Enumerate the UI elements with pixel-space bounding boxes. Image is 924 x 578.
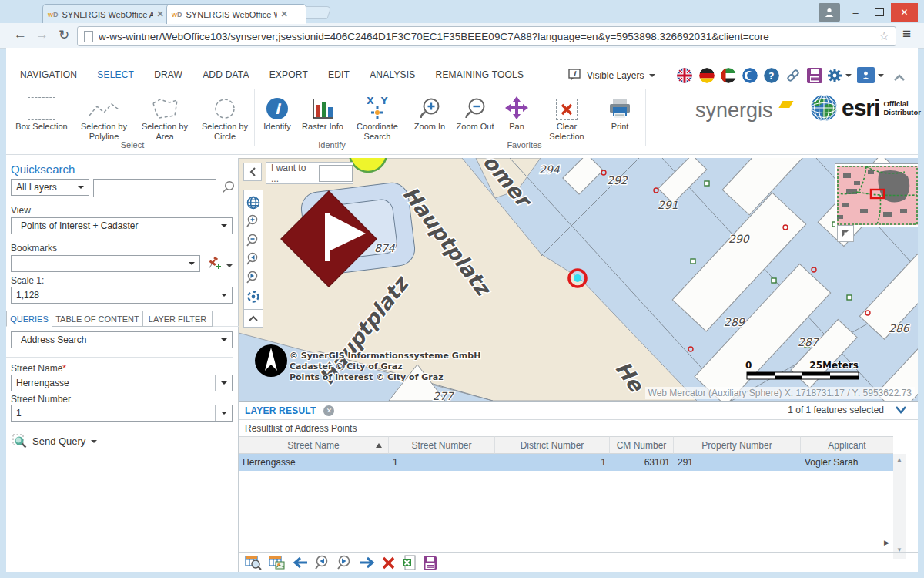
user-menu-button[interactable] [857,67,884,83]
sidebar-tab-table-of-content[interactable]: TABLE OF CONTENT [52,311,143,327]
result-to-map-icon[interactable] [269,555,286,570]
ribbon-tab-select[interactable]: SELECT [97,69,134,80]
next-record-icon[interactable] [360,556,375,569]
column-header[interactable]: Applicant [801,436,893,454]
browser-tab-1[interactable]: wD SYNERGIS WebOffice Adm ✕ [42,4,175,24]
flag-germany-icon[interactable] [699,68,715,83]
sidebar-tab-layer-filter[interactable]: LAYER FILTER [142,311,213,327]
scroll-right-icon[interactable]: ▶ [884,539,889,546]
ribbon-tab-edit[interactable]: EDIT [328,69,350,80]
locate-icon[interactable] [246,290,260,304]
box-selection-button[interactable]: Box Selection [11,88,72,132]
bookmark-star-icon[interactable]: ☆ [879,29,889,43]
flag-uae-icon[interactable] [721,68,736,83]
overview-map-toggle-button[interactable] [837,225,854,242]
column-header[interactable]: CM Number [610,436,674,454]
selection-by-polyline-button[interactable]: Selection by Polyline [74,88,134,142]
collapse-panel-icon[interactable] [895,405,907,415]
collapse-ribbon-icon[interactable] [893,71,906,85]
i-want-to-widget[interactable]: I want to ... [266,162,353,184]
layer-result-tab[interactable]: LAYER RESULT [245,405,316,416]
pan-button[interactable]: Pan [499,88,534,132]
save-result-icon[interactable] [423,556,437,570]
column-header[interactable]: Street Name [239,436,389,454]
vertical-scrollbar[interactable]: ▲ ▼ [893,454,906,559]
url-bar[interactable]: w-ws-wintner/WebOffice103/synserver;jses… [77,26,896,46]
close-result-icon[interactable]: ✕ [323,405,334,416]
ribbon-tab-draw[interactable]: DRAW [154,69,182,80]
settings-button[interactable] [827,68,852,83]
help-icon[interactable]: ? [764,68,779,83]
bookmark-menu-chevron-icon[interactable] [226,264,233,271]
street-name-select[interactable]: Herrengasse [11,375,233,391]
zoom-in-icon[interactable] [246,214,260,228]
export-excel-icon[interactable] [402,555,416,570]
identify-button[interactable]: i Identify [259,88,296,132]
quicksearch-input[interactable] [93,179,216,197]
globe-icon[interactable] [246,196,260,210]
zoom-in-button[interactable]: Zoom In [410,88,450,132]
zoom-out-button[interactable]: Zoom Out [453,88,497,132]
save-config-icon[interactable] [807,68,822,83]
visible-layers-button[interactable]: i Visible Layers [568,66,655,84]
column-header[interactable]: Street Number [389,436,495,454]
view-select[interactable]: Points of Interest + Cadaster [11,217,233,234]
minimize-button[interactable]: – [844,3,867,22]
maximize-button[interactable] [868,3,891,22]
ribbon-tab-analysis[interactable]: ANALYSIS [370,69,415,80]
selection-by-area-button[interactable]: Selection by Area [136,88,194,142]
overview-map[interactable] [835,164,918,227]
collapse-sidebar-button[interactable] [243,163,262,181]
tab-close-icon[interactable]: ✕ [281,9,288,19]
clear-selection-button[interactable]: Clear Selection [539,88,594,142]
zoom-to-result-icon[interactable] [245,555,262,570]
map-viewport[interactable]: Hauptplatz Pomer Hauptplatz He 874 294 2… [239,158,918,401]
profile-button[interactable] [819,3,840,22]
raster-info-button[interactable]: Raster Info [299,88,346,132]
tab-close-icon[interactable]: ✕ [157,9,164,19]
street-number-select[interactable]: 1 [11,405,233,422]
flag-uk-icon[interactable] [677,68,692,83]
remove-result-icon[interactable] [382,556,395,570]
zoom-previous-icon[interactable] [315,555,330,570]
tab-favicon-icon: wD [48,11,59,18]
close-button[interactable]: ✕ [891,3,918,22]
zoom-next-icon[interactable] [337,555,353,570]
ribbon-tab-add-data[interactable]: ADD DATA [203,69,249,80]
i-want-to-input[interactable] [319,165,353,182]
previous-record-icon[interactable] [293,556,308,569]
result-table-row-selected[interactable]: Herrengasse 1 1 63101 291 Vogler Sarah [239,454,893,471]
back-icon[interactable]: ← [14,27,27,42]
ribbon-tab-export[interactable]: EXPORT [270,69,308,80]
query-select[interactable]: Address Search [11,331,233,348]
map-canvas[interactable]: Hauptplatz Pomer Hauptplatz He 874 294 2… [239,158,918,401]
dropdown-caret-button[interactable] [215,405,232,421]
next-extent-icon[interactable] [246,271,260,284]
coordinate-search-button[interactable]: X Y Coordinate Search [350,88,405,142]
ribbon-tab-navigation[interactable]: NAVIGATION [20,69,77,80]
print-button[interactable]: Print [601,88,639,132]
send-query-button[interactable]: Send Query [12,434,97,449]
selection-by-circle-button[interactable]: Selection by Circle [196,88,254,142]
bookmarks-select[interactable] [11,255,200,272]
add-bookmark-icon[interactable] [205,255,222,272]
map-toolbar-collapse-button[interactable] [243,309,263,328]
url-text[interactable]: w-ws-wintner/WebOffice103/synserver;jses… [99,31,873,42]
forward-icon[interactable]: → [35,27,49,42]
browser-tab-2[interactable]: wD SYNERGIS WebOffice Web ✕ [166,4,306,24]
scroll-up-icon[interactable]: ▲ [893,456,906,463]
column-header[interactable]: Property Number [674,436,801,454]
sidebar-tab-queries[interactable]: QUERIES [6,311,52,327]
previous-extent-icon[interactable] [246,252,260,266]
ribbon-tab-remaining-tools[interactable]: REMAINING TOOLS [436,69,524,80]
quicksearch-layer-select[interactable]: All Layers [11,179,89,196]
flag-crescent-icon[interactable] [742,68,758,83]
scale-select[interactable]: 1,128 [11,287,233,304]
search-icon[interactable] [222,180,235,193]
menu-icon[interactable]: ≡ [902,25,911,42]
link-icon[interactable] [785,68,801,83]
column-header[interactable]: District Number [495,436,610,454]
zoom-out-icon[interactable] [246,234,260,247]
dropdown-caret-button[interactable] [215,375,232,391]
reload-icon[interactable]: ↻ [59,27,69,43]
